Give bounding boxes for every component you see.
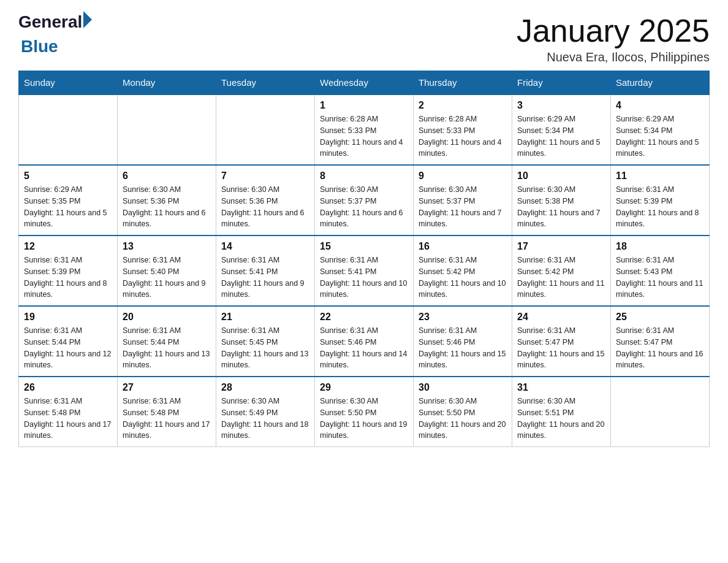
day-info: Sunrise: 6:30 AMSunset: 5:51 PMDaylight:… [517, 396, 605, 442]
day-number: 9 [419, 170, 507, 182]
weekday-header-tuesday: Tuesday [216, 71, 315, 95]
calendar-subtitle: Nueva Era, Ilocos, Philippines [517, 50, 710, 64]
day-number: 18 [616, 241, 704, 252]
day-info: Sunrise: 6:31 AMSunset: 5:42 PMDaylight:… [517, 255, 605, 301]
day-number: 15 [320, 241, 408, 252]
day-info: Sunrise: 6:31 AMSunset: 5:41 PMDaylight:… [320, 255, 408, 301]
week-row-3: 12Sunrise: 6:31 AMSunset: 5:39 PMDayligh… [19, 236, 710, 306]
calendar-cell: 23Sunrise: 6:31 AMSunset: 5:46 PMDayligh… [414, 306, 512, 377]
calendar-cell: 31Sunrise: 6:30 AMSunset: 5:51 PMDayligh… [512, 377, 611, 447]
weekday-header-row: SundayMondayTuesdayWednesdayThursdayFrid… [19, 71, 710, 95]
calendar-cell: 10Sunrise: 6:30 AMSunset: 5:38 PMDayligh… [512, 165, 611, 236]
weekday-header-thursday: Thursday [414, 71, 512, 95]
day-info: Sunrise: 6:30 AMSunset: 5:50 PMDaylight:… [320, 396, 408, 442]
weekday-header-sunday: Sunday [19, 71, 118, 95]
day-info: Sunrise: 6:30 AMSunset: 5:37 PMDaylight:… [419, 184, 507, 230]
day-info: Sunrise: 6:30 AMSunset: 5:49 PMDaylight:… [221, 396, 309, 442]
day-number: 29 [320, 382, 408, 393]
day-info: Sunrise: 6:31 AMSunset: 5:48 PMDaylight:… [123, 396, 211, 442]
weekday-header-saturday: Saturday [611, 71, 710, 95]
calendar-cell: 12Sunrise: 6:31 AMSunset: 5:39 PMDayligh… [19, 236, 118, 306]
calendar-cell [19, 94, 118, 165]
day-info: Sunrise: 6:31 AMSunset: 5:47 PMDaylight:… [616, 325, 704, 371]
week-row-2: 5Sunrise: 6:29 AMSunset: 5:35 PMDaylight… [19, 165, 710, 236]
day-number: 10 [517, 170, 605, 182]
calendar-cell: 21Sunrise: 6:31 AMSunset: 5:45 PMDayligh… [216, 306, 315, 377]
day-info: Sunrise: 6:28 AMSunset: 5:33 PMDaylight:… [320, 113, 408, 159]
week-row-4: 19Sunrise: 6:31 AMSunset: 5:44 PMDayligh… [19, 306, 710, 377]
calendar-cell: 20Sunrise: 6:31 AMSunset: 5:44 PMDayligh… [118, 306, 216, 377]
day-info: Sunrise: 6:31 AMSunset: 5:40 PMDaylight:… [123, 255, 211, 301]
calendar-cell: 8Sunrise: 6:30 AMSunset: 5:37 PMDaylight… [315, 165, 414, 236]
week-row-5: 26Sunrise: 6:31 AMSunset: 5:48 PMDayligh… [19, 377, 710, 447]
calendar-cell [118, 94, 216, 165]
calendar-cell: 5Sunrise: 6:29 AMSunset: 5:35 PMDaylight… [19, 165, 118, 236]
calendar-cell: 11Sunrise: 6:31 AMSunset: 5:39 PMDayligh… [611, 165, 710, 236]
title-block: January 2025 Nueva Era, Ilocos, Philippi… [517, 12, 710, 64]
weekday-header-friday: Friday [512, 71, 611, 95]
day-number: 2 [419, 100, 507, 111]
day-number: 3 [517, 100, 605, 111]
calendar-cell: 30Sunrise: 6:30 AMSunset: 5:50 PMDayligh… [414, 377, 512, 447]
day-number: 28 [221, 382, 309, 393]
calendar-table: SundayMondayTuesdayWednesdayThursdayFrid… [18, 71, 710, 447]
calendar-cell: 17Sunrise: 6:31 AMSunset: 5:42 PMDayligh… [512, 236, 611, 306]
logo-arrow-icon [83, 11, 92, 28]
calendar-cell: 13Sunrise: 6:31 AMSunset: 5:40 PMDayligh… [118, 236, 216, 306]
day-number: 24 [517, 312, 605, 323]
day-info: Sunrise: 6:30 AMSunset: 5:36 PMDaylight:… [221, 184, 309, 230]
day-number: 13 [123, 241, 211, 252]
calendar-cell: 9Sunrise: 6:30 AMSunset: 5:37 PMDaylight… [414, 165, 512, 236]
logo-blue-text: Blue [21, 37, 58, 56]
day-info: Sunrise: 6:29 AMSunset: 5:35 PMDaylight:… [24, 184, 112, 230]
calendar-cell: 6Sunrise: 6:30 AMSunset: 5:36 PMDaylight… [118, 165, 216, 236]
calendar-cell: 1Sunrise: 6:28 AMSunset: 5:33 PMDaylight… [315, 94, 414, 165]
day-number: 17 [517, 241, 605, 252]
calendar-cell: 3Sunrise: 6:29 AMSunset: 5:34 PMDaylight… [512, 94, 611, 165]
day-number: 7 [221, 170, 309, 182]
day-number: 21 [221, 312, 309, 323]
day-info: Sunrise: 6:30 AMSunset: 5:38 PMDaylight:… [517, 184, 605, 230]
day-number: 4 [616, 100, 704, 111]
day-info: Sunrise: 6:29 AMSunset: 5:34 PMDaylight:… [517, 113, 605, 159]
day-info: Sunrise: 6:30 AMSunset: 5:36 PMDaylight:… [123, 184, 211, 230]
page-header: General Blue January 2025 Nueva Era, Ilo… [18, 12, 710, 64]
day-info: Sunrise: 6:31 AMSunset: 5:48 PMDaylight:… [24, 396, 112, 442]
calendar-cell: 28Sunrise: 6:30 AMSunset: 5:49 PMDayligh… [216, 377, 315, 447]
calendar-cell: 2Sunrise: 6:28 AMSunset: 5:33 PMDaylight… [414, 94, 512, 165]
day-info: Sunrise: 6:31 AMSunset: 5:39 PMDaylight:… [24, 255, 112, 301]
calendar-cell: 7Sunrise: 6:30 AMSunset: 5:36 PMDaylight… [216, 165, 315, 236]
calendar-cell: 18Sunrise: 6:31 AMSunset: 5:43 PMDayligh… [611, 236, 710, 306]
calendar-cell [216, 94, 315, 165]
logo: General Blue [18, 12, 92, 56]
day-info: Sunrise: 6:31 AMSunset: 5:44 PMDaylight:… [123, 325, 211, 371]
day-number: 23 [419, 312, 507, 323]
day-number: 1 [320, 100, 408, 111]
day-number: 25 [616, 312, 704, 323]
calendar-cell: 26Sunrise: 6:31 AMSunset: 5:48 PMDayligh… [19, 377, 118, 447]
day-number: 8 [320, 170, 408, 182]
day-info: Sunrise: 6:28 AMSunset: 5:33 PMDaylight:… [419, 113, 507, 159]
calendar-cell: 27Sunrise: 6:31 AMSunset: 5:48 PMDayligh… [118, 377, 216, 447]
day-number: 12 [24, 241, 112, 252]
day-info: Sunrise: 6:31 AMSunset: 5:43 PMDaylight:… [616, 255, 704, 301]
calendar-cell: 29Sunrise: 6:30 AMSunset: 5:50 PMDayligh… [315, 377, 414, 447]
calendar-cell: 24Sunrise: 6:31 AMSunset: 5:47 PMDayligh… [512, 306, 611, 377]
day-info: Sunrise: 6:31 AMSunset: 5:44 PMDaylight:… [24, 325, 112, 371]
calendar-cell: 16Sunrise: 6:31 AMSunset: 5:42 PMDayligh… [414, 236, 512, 306]
logo-general-text: General [18, 12, 82, 32]
weekday-header-wednesday: Wednesday [315, 71, 414, 95]
day-number: 26 [24, 382, 112, 393]
day-info: Sunrise: 6:31 AMSunset: 5:39 PMDaylight:… [616, 184, 704, 230]
day-number: 20 [123, 312, 211, 323]
day-info: Sunrise: 6:31 AMSunset: 5:47 PMDaylight:… [517, 325, 605, 371]
day-number: 27 [123, 382, 211, 393]
day-number: 16 [419, 241, 507, 252]
day-number: 19 [24, 312, 112, 323]
calendar-cell: 19Sunrise: 6:31 AMSunset: 5:44 PMDayligh… [19, 306, 118, 377]
day-number: 6 [123, 170, 211, 182]
day-info: Sunrise: 6:30 AMSunset: 5:37 PMDaylight:… [320, 184, 408, 230]
calendar-cell: 25Sunrise: 6:31 AMSunset: 5:47 PMDayligh… [611, 306, 710, 377]
day-number: 5 [24, 170, 112, 182]
day-info: Sunrise: 6:31 AMSunset: 5:46 PMDaylight:… [419, 325, 507, 371]
